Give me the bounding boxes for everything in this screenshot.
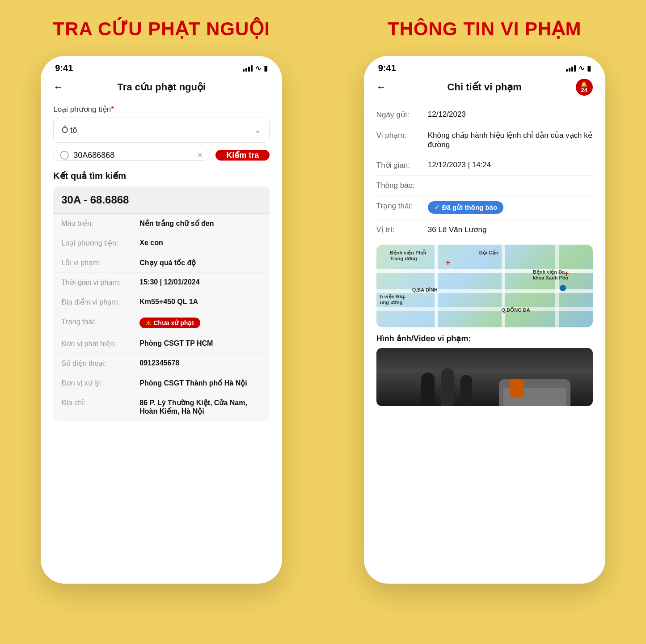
left-content: Loại phương tiện* Ô tô ⌄ 30A686868 ✕ Kiể… bbox=[41, 97, 282, 584]
person-silhouette bbox=[441, 368, 454, 406]
detail-row: Thông báo: bbox=[376, 176, 593, 196]
info-val: Phòng CSGT Thành phố Hà Nội bbox=[139, 379, 247, 387]
detail-key: Ngày gửi: bbox=[376, 110, 428, 119]
table-row: Thời gian vi phạm: 15:30 | 12/01/2024 bbox=[53, 273, 270, 292]
map-road bbox=[555, 245, 559, 327]
right-status-time: 9:41 bbox=[378, 63, 396, 73]
vehicle-type-label: Loại phương tiện* bbox=[53, 105, 270, 114]
battery-icon: ▮ bbox=[264, 64, 268, 72]
chevron-down-icon: ⌄ bbox=[254, 125, 261, 135]
dropdown-value: Ô tô bbox=[62, 126, 77, 135]
left-nav-bar: ← Tra cứu phạt nguội bbox=[41, 77, 282, 97]
info-key: Thời gian vi phạm: bbox=[61, 278, 139, 287]
map-road bbox=[435, 245, 438, 327]
map-plus-icon: + bbox=[401, 293, 406, 302]
right-panel-title: THÔNG TIN VI PHẠM bbox=[388, 18, 581, 40]
info-val: 86 P. Lý Thường Kiệt, Cửa Nam, Hoàn Kiếm… bbox=[139, 398, 262, 415]
info-key: Địa điểm vi phạm: bbox=[61, 298, 139, 306]
notification-count: 24 bbox=[581, 87, 587, 93]
detail-row: Ngày gửi: 12/12/2023 bbox=[376, 105, 593, 125]
map-label: Q.BA ĐÌNH bbox=[412, 287, 438, 292]
map-road bbox=[502, 245, 505, 327]
info-key: Đơn vị phát hiện: bbox=[61, 339, 139, 348]
map-label: Đội Cần bbox=[479, 250, 498, 256]
search-input[interactable]: 30A686868 bbox=[73, 151, 197, 160]
detail-val: 36 Lê Văn Lương bbox=[428, 225, 593, 234]
map-plus-icon: + bbox=[564, 269, 569, 279]
right-nav-title: Chi tiết vi phạm bbox=[448, 81, 522, 93]
wifi-icon: ∿ bbox=[578, 64, 584, 72]
detail-row: Thời gian: 12/12/2023 | 14:24 bbox=[376, 155, 593, 176]
checkmark-icon: ✓ bbox=[434, 203, 440, 212]
map-container[interactable]: Bệnh viện PhổiTrung ương Đội Cần Bệnh vi… bbox=[376, 245, 593, 327]
map-label: h viện Nhiung ương bbox=[380, 294, 404, 305]
info-key: Địa chỉ: bbox=[61, 398, 139, 407]
right-phone-frame: 9:41 ∿ ▮ ← Chi tiết vi phạm 🔔 24 bbox=[364, 56, 605, 584]
info-val: Phòng CSGT TP HCM bbox=[139, 339, 213, 347]
left-panel-title: TRA CỨU PHẠT NGUỘI bbox=[53, 18, 270, 40]
signal-bars-icon bbox=[243, 65, 253, 72]
table-row: Trạng thái: ⚠ Chưa xử phạt bbox=[53, 312, 270, 334]
clear-input-button[interactable]: ✕ bbox=[197, 150, 203, 160]
detail-row: Trạng thái: ✓ Đã gửi thông báo bbox=[376, 196, 593, 220]
left-nav-title: Tra cứu phạt nguội bbox=[117, 81, 206, 93]
detail-key: Thời gian: bbox=[376, 161, 428, 170]
search-input-wrap[interactable]: 30A686868 ✕ bbox=[53, 150, 210, 161]
table-row: Số điện thoại: 0912345678 bbox=[53, 354, 270, 373]
detail-key: Vị trí: bbox=[376, 225, 428, 234]
detail-key: Vi phạm: bbox=[376, 131, 428, 140]
right-status-icons: ∿ ▮ bbox=[566, 64, 591, 72]
back-arrow-icon[interactable]: ← bbox=[53, 81, 63, 93]
table-row: Lỗi vi phạm: Chạy quá tốc độ bbox=[53, 253, 270, 273]
table-row: Địa chỉ: 86 P. Lý Thường Kiệt, Cửa Nam, … bbox=[53, 393, 270, 421]
left-phone-frame: 9:41 ∿ ▮ ← Tra cứu phạt nguội Loại phươn… bbox=[41, 56, 282, 584]
detail-key: Trạng thái: bbox=[376, 201, 428, 211]
search-row: 30A686868 ✕ Kiểm tra bbox=[53, 150, 270, 161]
info-key: Số điện thoại: bbox=[61, 359, 139, 368]
table-row: Đơn vị xử lý: Phòng CSGT Thành phố Hà Nộ… bbox=[53, 373, 270, 393]
back-arrow-icon[interactable]: ← bbox=[376, 81, 386, 93]
detail-val: 12/12/2023 | 14:24 bbox=[428, 161, 593, 169]
info-key: Lỗi vi phạm: bbox=[61, 258, 139, 267]
person-silhouette bbox=[460, 375, 472, 406]
map-plus-icon: + bbox=[446, 258, 451, 267]
info-val: 15:30 | 12/01/2024 bbox=[139, 278, 199, 286]
sent-status-badge: ✓ Đã gửi thông báo bbox=[428, 201, 503, 214]
left-status-bar: 9:41 ∿ ▮ bbox=[41, 56, 282, 77]
map-background: Bệnh viện PhổiTrung ương Đội Cần Bệnh vi… bbox=[376, 245, 593, 327]
notification-badge[interactable]: 🔔 24 bbox=[576, 79, 593, 96]
info-val: Xe con bbox=[139, 239, 163, 247]
info-val: Km55+450 QL 1A bbox=[139, 298, 198, 306]
info-key: Màu biển: bbox=[61, 219, 139, 228]
search-button[interactable]: Kiểm tra bbox=[215, 150, 270, 161]
status-badge: ⚠ Chưa xử phạt bbox=[139, 318, 200, 328]
detail-key: Thông báo: bbox=[376, 181, 428, 190]
bell-icon: 🔔 bbox=[581, 82, 587, 87]
image-section-title: Hình ảnh/Video vi phạm: bbox=[376, 334, 593, 343]
violation-image bbox=[376, 348, 593, 406]
detail-val: 12/12/2023 bbox=[428, 110, 593, 119]
result-card: 30A - 68.6868 Màu biển: Nền trắng chữ số… bbox=[53, 186, 270, 421]
info-key: Đơn vị xử lý: bbox=[61, 379, 139, 387]
table-row: Màu biển: Nền trắng chữ số đen bbox=[53, 214, 270, 233]
right-panel: THÔNG TIN VI PHẠM 9:41 ∿ ▮ ← Chi tiết vi… bbox=[323, 0, 646, 644]
left-status-icons: ∿ ▮ bbox=[243, 64, 268, 72]
info-key: Trạng thái: bbox=[61, 318, 139, 326]
map-location-pin bbox=[560, 285, 566, 291]
table-row: Địa điểm vi phạm: Km55+450 QL 1A bbox=[53, 292, 270, 312]
vehicle-type-dropdown[interactable]: Ô tô ⌄ bbox=[53, 118, 270, 143]
left-status-time: 9:41 bbox=[55, 63, 73, 73]
plate-number: 30A - 68.6868 bbox=[53, 186, 270, 214]
object-silhouette bbox=[510, 379, 524, 397]
right-content: Ngày gửi: 12/12/2023 Vi phạm: Không chấp… bbox=[364, 97, 605, 584]
left-panel: TRA CỨU PHẠT NGUỘI 9:41 ∿ ▮ ← Tra cứu ph… bbox=[0, 0, 323, 644]
signal-bars-icon bbox=[566, 65, 576, 72]
search-circle-icon bbox=[60, 151, 69, 160]
map-label: Bệnh viện Đakhoa Xanh Pôn bbox=[533, 269, 568, 280]
right-status-bar: 9:41 ∿ ▮ bbox=[364, 56, 605, 77]
info-val: Chạy quá tốc độ bbox=[139, 258, 196, 267]
map-label: Bệnh viện PhổiTrung ương bbox=[390, 250, 426, 262]
image-content bbox=[376, 348, 593, 406]
info-val: Nền trắng chữ số đen bbox=[139, 219, 214, 228]
detail-val: Không chấp hành hiệu lệnh chỉ dẫn của vạ… bbox=[428, 131, 593, 149]
